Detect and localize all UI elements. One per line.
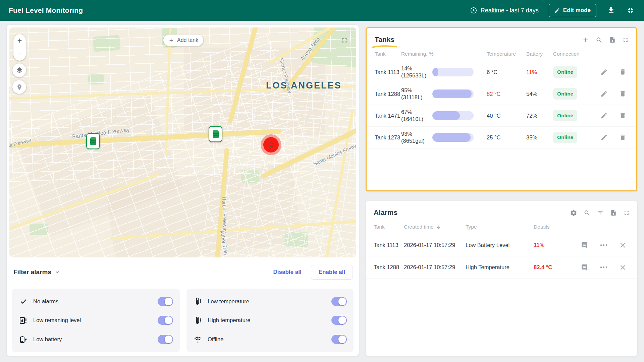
delete-tank-button[interactable] (619, 112, 626, 119)
toggle-switch[interactable] (158, 335, 173, 344)
tank-remaining: 95% (31118L) (401, 87, 432, 101)
close-icon (619, 264, 627, 271)
alarm-tank: Tank 1113 (374, 242, 404, 249)
thermometer-alert-icon (193, 297, 203, 306)
edit-tank-button[interactable] (600, 90, 608, 98)
edit-tank-button[interactable] (600, 134, 608, 141)
alarm-comment-button[interactable] (580, 241, 588, 249)
location-button[interactable] (12, 80, 26, 94)
alarms-export-button[interactable] (610, 209, 617, 217)
tank-name: Tank 1471 (375, 112, 401, 119)
trash-icon (619, 134, 626, 141)
enable-all-button[interactable]: Enable all (311, 265, 353, 280)
tank-barrel-icon (212, 129, 220, 139)
edit-tank-button[interactable] (600, 68, 608, 76)
battery-bolt-icon (19, 335, 28, 344)
tank-temperature: 82 °C (487, 91, 526, 97)
tank-name: Tank 1113 (375, 69, 401, 76)
pencil-icon (600, 112, 608, 119)
tanks-export-button[interactable] (609, 36, 616, 44)
title-underline (372, 44, 397, 50)
toggle-switch[interactable] (331, 316, 347, 325)
export-file-icon (610, 209, 617, 217)
compress-button[interactable] (626, 6, 635, 15)
alarms-title: Alarms (374, 208, 397, 217)
filter-label: No alarms (33, 298, 153, 305)
alarms-search-button[interactable] (584, 209, 591, 217)
pencil-icon (554, 8, 560, 13)
comment-icon (580, 241, 588, 249)
zoom-out-button[interactable]: − (13, 48, 26, 61)
alarm-dismiss-button[interactable] (619, 264, 627, 271)
delete-tank-button[interactable] (619, 90, 626, 98)
status-badge: Online (553, 110, 577, 121)
delete-tank-button[interactable] (619, 134, 626, 141)
clock-icon (470, 7, 477, 14)
tank-level-bar (432, 68, 487, 76)
fuel-level-alert-icon (19, 316, 28, 325)
tank-level-bar (432, 133, 487, 142)
tank-barrel-icon (89, 136, 97, 146)
check-icon (19, 297, 28, 306)
filter-row-low-temperature: Low temperature (193, 297, 347, 306)
comment-icon (580, 263, 588, 272)
alarm-cluster-marker[interactable]: 2 (261, 134, 281, 155)
sort-desc-icon (436, 225, 441, 230)
edit-tank-button[interactable] (600, 112, 608, 119)
map[interactable]: Santa Monica Freeway Santa Monica Freewa… (9, 27, 356, 257)
alarms-settings-button[interactable] (570, 209, 577, 217)
tank-marker[interactable] (86, 133, 100, 149)
download-icon (607, 6, 615, 14)
alarm-row: Tank 1288 2026-01-17 10:57:29 High Tempe… (366, 256, 637, 279)
delete-tank-button[interactable] (619, 68, 626, 76)
zoom-control: + − (13, 34, 26, 61)
alarm-dismiss-button[interactable] (619, 242, 627, 249)
col-created-time-sort[interactable]: Created time (404, 224, 466, 230)
col-remaining: Remaining, % (401, 51, 487, 57)
col-tank: Tank (374, 224, 404, 230)
alarm-tank: Tank 1288 (374, 264, 404, 271)
tank-level-bar (432, 111, 487, 120)
alarm-comment-button[interactable] (580, 263, 588, 272)
tank-marker[interactable] (209, 126, 222, 142)
disable-all-button[interactable]: Disable all (273, 269, 302, 276)
toggle-switch[interactable] (331, 335, 347, 344)
edit-mode-button[interactable]: Edit mode (549, 4, 596, 17)
download-button[interactable] (606, 6, 616, 15)
zoom-in-button[interactable]: + (13, 34, 26, 48)
tanks-search-button[interactable] (596, 37, 603, 44)
alarms-table-header: Tank Created time Type Details (366, 217, 637, 234)
tank-temperature: 25 °C (487, 134, 526, 141)
col-created-time: Created time (404, 224, 434, 230)
add-tank-button[interactable]: Add tank (163, 35, 203, 46)
pencil-icon (600, 134, 608, 141)
map-fullscreen-button[interactable] (341, 37, 348, 44)
tanks-table-header: Tank Remaining, % Temperature Battery Co… (367, 44, 636, 61)
search-icon (596, 37, 603, 44)
filter-row-no-alarms: No alarms (19, 297, 173, 306)
alarm-details: 11% (534, 242, 571, 248)
pencil-icon (600, 90, 608, 98)
alarm-filter-group-right: Low temperature High temperature (186, 289, 354, 352)
alarm-more-button[interactable] (600, 266, 607, 268)
trash-icon (619, 90, 626, 98)
time-range-selector[interactable]: Realtime - last 7 days (470, 7, 539, 14)
pencil-icon (600, 68, 608, 76)
alarm-more-button[interactable] (600, 244, 607, 246)
toggle-switch[interactable] (158, 297, 173, 306)
col-connection: Connection (553, 51, 597, 57)
alarms-fullscreen-button[interactable] (623, 209, 630, 216)
toggle-switch[interactable] (158, 316, 173, 325)
filter-alarms-toggle[interactable]: Filter alarms (12, 268, 60, 276)
tank-connection: Online (553, 110, 597, 121)
add-tank-row-button[interactable] (582, 36, 589, 44)
tanks-title: Tanks (375, 36, 394, 44)
filter-label: Low battery (33, 336, 153, 343)
fullscreen-icon (622, 37, 629, 43)
tanks-fullscreen-button[interactable] (622, 37, 629, 43)
fullscreen-icon (341, 37, 348, 44)
alarms-filter-button[interactable] (597, 209, 604, 216)
layers-button[interactable] (12, 63, 26, 77)
map-panel: Santa Monica Freeway Santa Monica Freewa… (7, 25, 359, 356)
toggle-switch[interactable] (331, 297, 347, 306)
